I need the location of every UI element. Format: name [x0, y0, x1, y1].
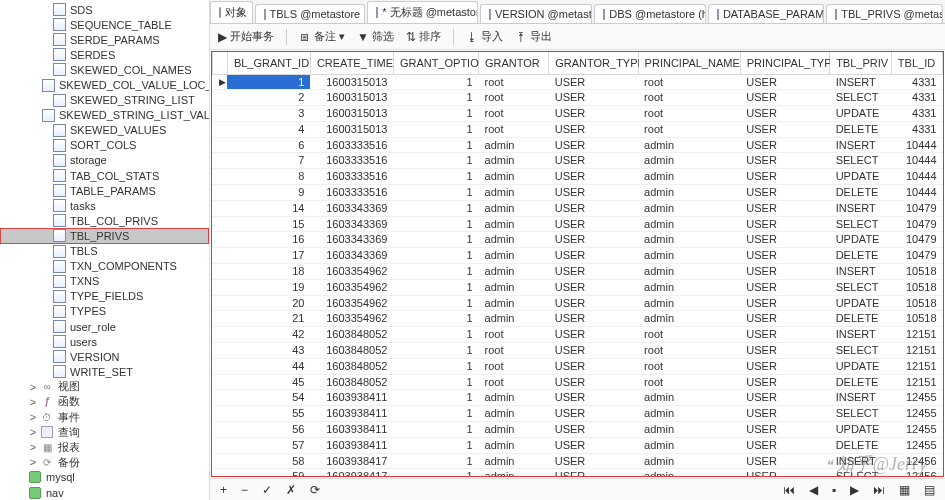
cell[interactable]: 1 [393, 311, 478, 327]
cell[interactable]: 1600315013 [310, 106, 393, 122]
cell[interactable]: root [479, 327, 549, 343]
cell[interactable]: USER [740, 374, 829, 390]
table-row[interactable]: 4316038480521rootUSERrootUSERSELECT12151 [213, 343, 943, 359]
cell[interactable]: USER [549, 74, 638, 90]
cell[interactable]: USER [549, 121, 638, 137]
table-row[interactable]: 316003150131rootUSERrootUSERUPDATE4331 [213, 106, 943, 122]
cell[interactable]: 1 [393, 406, 478, 422]
cell[interactable]: admin [479, 437, 549, 453]
cell[interactable]: 12455 [891, 390, 942, 406]
cell[interactable]: 12151 [891, 327, 942, 343]
tree-item-write_set[interactable]: WRITE_SET [0, 364, 209, 379]
tree-item-version[interactable]: VERSION [0, 349, 209, 364]
table-row[interactable]: 616033335161adminUSERadminUSERINSERT1044… [213, 137, 943, 153]
tree-item-users[interactable]: users [0, 334, 209, 349]
cell[interactable]: UPDATE [830, 106, 892, 122]
cell[interactable]: USER [549, 153, 638, 169]
cell[interactable]: admin [479, 216, 549, 232]
cell[interactable]: 12455 [891, 406, 942, 422]
cell[interactable]: 12455 [891, 437, 942, 453]
cell[interactable]: USER [740, 169, 829, 185]
tab--metastore-[interactable]: * 无标题 @metastore...✕ [367, 1, 478, 23]
cell[interactable]: USER [549, 169, 638, 185]
tree-item-type_fields[interactable]: TYPE_FIELDS [0, 289, 209, 304]
cell[interactable]: USER [549, 264, 638, 280]
data-grid-container[interactable]: BL_GRANT_IDCREATE_TIMEGRANT_OPTIONGRANTO… [211, 51, 944, 477]
cell[interactable]: USER [549, 279, 638, 295]
tree-item-serdes[interactable]: SERDES [0, 47, 209, 62]
cell[interactable]: 8 [227, 169, 310, 185]
cell[interactable]: 1 [393, 358, 478, 374]
cell[interactable]: 4331 [891, 106, 942, 122]
cell[interactable]: 1600315013 [310, 74, 393, 90]
cell[interactable]: USER [549, 185, 638, 201]
cell[interactable]: 1 [393, 153, 478, 169]
tree-item-报表[interactable]: >报表 [0, 440, 209, 455]
last-page-button[interactable]: ⏭ [871, 483, 887, 497]
cell[interactable]: 1603848052 [310, 358, 393, 374]
cell[interactable]: admin [638, 453, 740, 469]
cell[interactable]: 45 [227, 374, 310, 390]
cell[interactable]: 9 [227, 185, 310, 201]
cell[interactable]: 10518 [891, 279, 942, 295]
cell[interactable]: admin [479, 232, 549, 248]
cell[interactable]: 14 [227, 200, 310, 216]
cell[interactable]: 1603333516 [310, 169, 393, 185]
cell[interactable]: 1603938411 [310, 437, 393, 453]
cell[interactable]: 1603333516 [310, 153, 393, 169]
cell[interactable]: 1 [393, 90, 478, 106]
cell[interactable]: 1 [393, 121, 478, 137]
tree-item-user_role[interactable]: user_role [0, 319, 209, 334]
cell[interactable]: USER [549, 358, 638, 374]
cell[interactable]: 12455 [891, 422, 942, 438]
cell[interactable]: SELECT [830, 343, 892, 359]
sort-button[interactable]: ⇅排序 [406, 29, 441, 44]
cell[interactable]: admin [638, 311, 740, 327]
cell[interactable]: admin [479, 311, 549, 327]
cell[interactable]: root [479, 343, 549, 359]
refresh-button[interactable]: ⟳ [308, 483, 322, 497]
cell[interactable]: USER [740, 185, 829, 201]
cell[interactable]: 1603333516 [310, 137, 393, 153]
cell[interactable]: admin [479, 248, 549, 264]
cell[interactable]: USER [740, 106, 829, 122]
cell[interactable]: 12151 [891, 374, 942, 390]
cell[interactable]: 1603354962 [310, 264, 393, 280]
cell[interactable]: admin [638, 232, 740, 248]
begin-transaction-button[interactable]: ▶开始事务 [218, 29, 274, 44]
cell[interactable]: 1 [393, 74, 478, 90]
cell[interactable]: 1 [393, 232, 478, 248]
cell[interactable]: root [479, 106, 549, 122]
cell[interactable]: 1600315013 [310, 121, 393, 137]
cell[interactable]: USER [740, 248, 829, 264]
cell[interactable]: USER [740, 90, 829, 106]
cell[interactable]: admin [638, 406, 740, 422]
cell[interactable]: admin [638, 248, 740, 264]
cell[interactable]: INSERT [830, 390, 892, 406]
cell[interactable]: INSERT [830, 264, 892, 280]
tab-tbl_privs-metasto-[interactable]: TBL_PRIVS @metasto...✕ [826, 4, 943, 23]
cell[interactable]: 1 [393, 422, 478, 438]
cell[interactable]: 10444 [891, 169, 942, 185]
cell[interactable]: admin [479, 453, 549, 469]
form-view-button[interactable]: ▤ [922, 483, 937, 497]
cell[interactable]: admin [638, 437, 740, 453]
cell[interactable]: USER [740, 232, 829, 248]
cell[interactable]: SELECT [830, 153, 892, 169]
cell[interactable]: 1 [393, 327, 478, 343]
cell[interactable]: 17 [227, 248, 310, 264]
cell[interactable]: 44 [227, 358, 310, 374]
filter-button[interactable]: ▼筛选 [357, 29, 394, 44]
table-row[interactable]: 2016033549621adminUSERadminUSERUPDATE105… [213, 295, 943, 311]
grid-view-button[interactable]: ▦ [897, 483, 912, 497]
cell[interactable]: 1603938417 [310, 453, 393, 469]
cell[interactable]: USER [549, 311, 638, 327]
cell[interactable]: USER [549, 390, 638, 406]
cell[interactable]: USER [740, 74, 829, 90]
cell[interactable]: 1 [393, 137, 478, 153]
cell[interactable]: 1603333516 [310, 185, 393, 201]
cell[interactable]: root [479, 374, 549, 390]
tab--[interactable]: 对象 [210, 1, 253, 23]
cell[interactable]: admin [479, 279, 549, 295]
table-row[interactable]: 5516039384111adminUSERadminUSERSELECT124… [213, 406, 943, 422]
